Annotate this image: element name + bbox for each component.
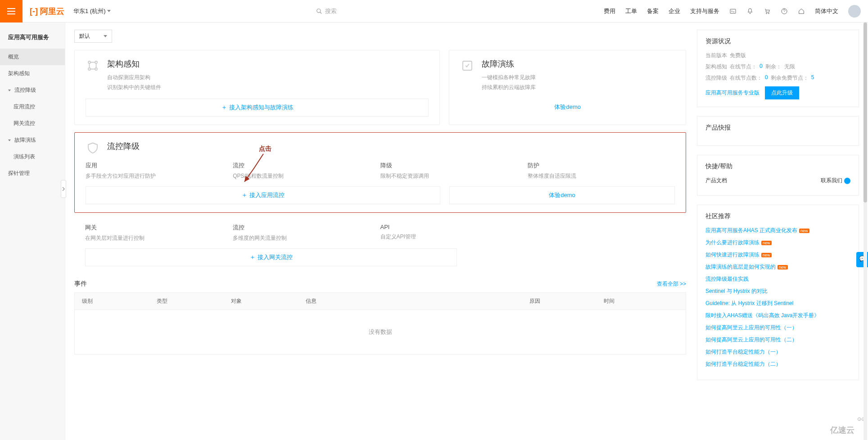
sidebar-item-arch[interactable]: 架构感知 bbox=[0, 65, 65, 82]
fault-sub-1: 一键模拟各种常见故障 bbox=[482, 73, 536, 83]
caret-icon bbox=[8, 90, 11, 91]
main-content: 默认 架构感知 自动探测应用架构 识别架构中的关键组件 bbox=[65, 22, 868, 440]
flow-online-count: 0 bbox=[765, 74, 768, 82]
th-target: 对象 bbox=[231, 297, 306, 305]
events-empty: 没有数据 bbox=[74, 310, 686, 355]
scrollbar-thumb[interactable] bbox=[863, 22, 867, 202]
community-link-0[interactable]: 应用高可用服务AHAS 正式商业化发布new bbox=[705, 227, 850, 234]
th-time: 时间 bbox=[604, 297, 678, 305]
chevron-down-icon bbox=[104, 35, 107, 37]
sidebar-item-flowcontrol[interactable]: 流控降级 bbox=[0, 82, 65, 99]
community-title: 社区推荐 bbox=[705, 212, 850, 220]
cloudshell-icon[interactable] bbox=[729, 8, 737, 15]
namespace-selector[interactable]: 默认 bbox=[74, 30, 112, 43]
pro-link[interactable]: 应用高可用服务专业版 bbox=[705, 86, 760, 99]
svg-line-1 bbox=[320, 12, 321, 13]
community-link-1[interactable]: 为什么要进行故障演练new bbox=[705, 239, 850, 247]
caret-icon bbox=[8, 139, 11, 141]
new-badge: new bbox=[761, 241, 772, 245]
community-panel: 社区推荐 应用高可用服务AHAS 正式商业化发布new为什么要进行故障演练new… bbox=[697, 205, 859, 380]
community-link-3[interactable]: 故障演练的底层是如何实现的new bbox=[705, 263, 850, 271]
search-input[interactable]: 搜索 bbox=[312, 5, 402, 17]
plus-icon: ＋ bbox=[241, 191, 248, 199]
flow-col-1-desc: 多手段全方位对应用进行防护 bbox=[86, 172, 233, 180]
cart-icon[interactable] bbox=[764, 8, 771, 15]
svg-point-9 bbox=[95, 68, 97, 70]
menu-toggle-button[interactable] bbox=[0, 0, 23, 22]
arch-card: 架构感知 自动探测应用架构 识别架构中的关键组件 ＋ 接入架构感知与故障演练 bbox=[74, 50, 440, 125]
sidebar-item-drilllist[interactable]: 演练列表 bbox=[0, 148, 65, 165]
new-badge: new bbox=[778, 265, 788, 269]
community-link-10[interactable]: 如何打造平台稳定性能力（一） bbox=[705, 348, 850, 356]
nav-ticket[interactable]: 工单 bbox=[625, 7, 637, 15]
community-link-5[interactable]: Sentinel 与 Hystrix 的对比 bbox=[705, 287, 850, 295]
fault-demo-button[interactable]: 体验demo bbox=[460, 99, 675, 116]
flow-col-3-title: 降级 bbox=[380, 162, 528, 170]
flow-connect-button[interactable]: ＋ 接入应用流控 bbox=[86, 186, 440, 204]
sidebar-item-overview[interactable]: 概览 bbox=[0, 49, 65, 65]
contact-link[interactable]: 联系我们 bbox=[821, 177, 850, 184]
community-link-6[interactable]: Guideline: 从 Hystrix 迁移到 Sentinel bbox=[705, 300, 850, 307]
home-icon[interactable] bbox=[798, 8, 805, 15]
nav-icp[interactable]: 备案 bbox=[647, 7, 659, 15]
shield-icon bbox=[86, 141, 100, 155]
flow-col-4-title: 防护 bbox=[528, 162, 675, 170]
nav-enterprise[interactable]: 企业 bbox=[669, 7, 680, 15]
express-title: 产品快报 bbox=[705, 124, 850, 132]
chevron-down-icon bbox=[107, 10, 111, 12]
community-link-8[interactable]: 如何提高阿里云上应用的可用性（一） bbox=[705, 324, 850, 332]
svg-point-4 bbox=[768, 13, 769, 13]
events-view-all-link[interactable]: 查看全部 >> bbox=[657, 280, 686, 288]
sidebar-item-gatewayflow[interactable]: 网关流控 bbox=[0, 115, 65, 132]
events-title: 事件 bbox=[74, 280, 87, 288]
flow-remain-count: 5 bbox=[811, 74, 814, 82]
gw-col-3-title: API bbox=[380, 224, 528, 230]
arrow-annotation bbox=[241, 150, 268, 186]
search-placeholder: 搜索 bbox=[325, 7, 337, 15]
sidebar-collapse-button[interactable] bbox=[61, 180, 66, 198]
gateway-connect-button[interactable]: ＋ 接入网关流控 bbox=[85, 248, 457, 266]
svg-point-7 bbox=[95, 61, 97, 63]
gw-col-1-title: 网关 bbox=[85, 224, 233, 232]
contact-icon bbox=[844, 178, 850, 184]
flow-demo-button[interactable]: 体验demo bbox=[449, 186, 675, 204]
topbar: [-] 阿里云 华东1 (杭州) 搜索 费用 工单 备案 企业 支持与服务 简体… bbox=[0, 0, 868, 22]
community-link-2[interactable]: 如何快速进行故障演练new bbox=[705, 251, 850, 259]
sidebar-title: 应用高可用服务 bbox=[0, 26, 65, 49]
sidebar-item-probe[interactable]: 探针管理 bbox=[0, 165, 65, 182]
sidebar: 应用高可用服务 概览 架构感知 流控降级 应用流控 网关流控 故障演练 演练列表… bbox=[0, 22, 65, 440]
th-type: 类型 bbox=[157, 297, 231, 305]
new-badge: new bbox=[799, 229, 809, 233]
upgrade-button[interactable]: 点此升级 bbox=[765, 86, 799, 99]
community-link-4[interactable]: 流控降级最佳实践 bbox=[705, 275, 850, 283]
gateway-card: 网关在网关层对流量进行控制 流控多维度的网关流量控制 API自定义API管理 ＋… bbox=[74, 220, 686, 274]
watermark: 亿速云 bbox=[830, 425, 854, 436]
region-selector[interactable]: 华东1 (杭州) bbox=[73, 7, 111, 15]
arch-sub-2: 识别架构中的关键组件 bbox=[107, 83, 161, 93]
lang-selector[interactable]: 简体中文 bbox=[815, 7, 838, 15]
scrollbar[interactable] bbox=[863, 22, 867, 440]
sidebar-item-appflow[interactable]: 应用流控 bbox=[0, 99, 65, 115]
flow-card: 流控降级 应用多手段全方位对应用进行防护 流控QPS/线程数流量控制 降级限制不… bbox=[74, 132, 686, 213]
nav-support[interactable]: 支持与服务 bbox=[690, 7, 719, 15]
sidebar-item-faultdrill[interactable]: 故障演练 bbox=[0, 132, 65, 148]
arch-icon bbox=[86, 58, 100, 73]
bell-icon[interactable] bbox=[746, 8, 754, 15]
help-icon[interactable] bbox=[781, 8, 788, 15]
events-table-header: 级别 类型 对象 信息 原因 时间 bbox=[74, 292, 686, 310]
community-link-9[interactable]: 如何提高阿里云上应用的可用性（二） bbox=[705, 336, 850, 344]
flow-col-3-desc: 限制不稳定资源调用 bbox=[380, 172, 528, 180]
community-link-11[interactable]: 如何打造平台稳定性能力（二） bbox=[705, 360, 850, 368]
new-badge: new bbox=[761, 253, 772, 257]
gw-col-1-desc: 在网关层对流量进行控制 bbox=[85, 234, 233, 242]
search-icon bbox=[316, 8, 322, 14]
avatar[interactable] bbox=[848, 5, 861, 18]
fault-title: 故障演练 bbox=[482, 58, 536, 69]
arch-connect-button[interactable]: ＋ 接入架构感知与故障演练 bbox=[86, 99, 429, 117]
community-link-7[interactable]: 限时接入AHAS赠送《码出高效 Java开发手册》 bbox=[705, 312, 850, 319]
arch-sub-1: 自动探测应用架构 bbox=[107, 73, 161, 83]
gw-col-2-title: 流控 bbox=[233, 224, 380, 232]
nav-fee[interactable]: 费用 bbox=[604, 7, 615, 15]
doc-link[interactable]: 产品文档 bbox=[705, 177, 727, 184]
gw-col-2-desc: 多维度的网关流量控制 bbox=[233, 234, 380, 242]
